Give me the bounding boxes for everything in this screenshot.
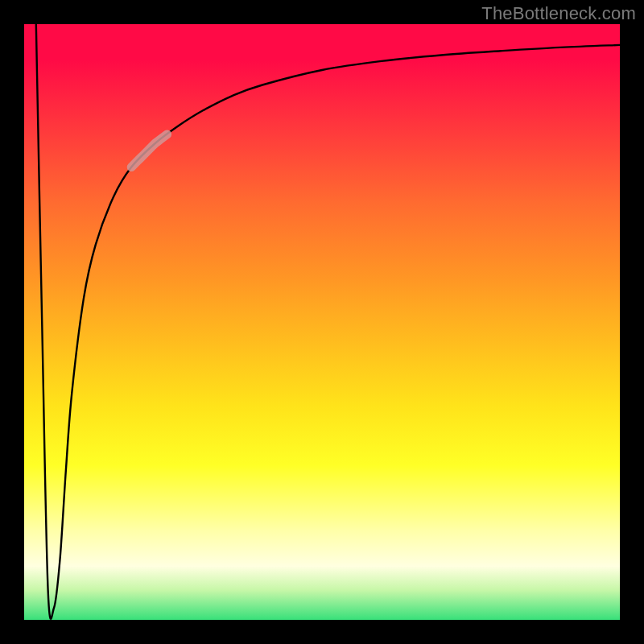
bottleneck-highlight <box>131 134 167 167</box>
bottleneck-curve <box>36 24 620 619</box>
plot-area <box>24 24 620 620</box>
chart-frame: TheBottleneck.com <box>0 0 644 644</box>
curve-svg <box>24 24 620 620</box>
watermark-text: TheBottleneck.com <box>481 3 636 24</box>
